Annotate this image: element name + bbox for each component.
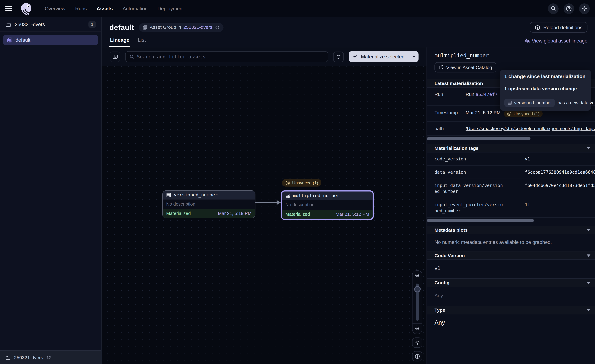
- chip-group-link[interactable]: 250321-dvers: [183, 25, 212, 30]
- run-prefix: Run: [466, 92, 474, 97]
- settings-button[interactable]: [579, 3, 590, 14]
- asset-node-name: versioned_number: [174, 192, 218, 198]
- asset-group-icon: [7, 37, 13, 43]
- sidebar-footer-label: 250321-dvers: [14, 355, 43, 360]
- tag-value: fb04dcb6970e4c3d1873de51fd5a5: [520, 179, 595, 198]
- zoom-in-icon: [415, 273, 420, 278]
- sync-status-icon: [507, 111, 512, 116]
- graph-controls: [412, 270, 422, 362]
- unsynced-badge-graph[interactable]: Unsynced (1): [282, 179, 321, 187]
- section-type[interactable]: Type: [427, 306, 595, 314]
- graph-toolbar: Materialize selected: [102, 47, 427, 66]
- section-metadata-plots[interactable]: Metadata plots: [427, 226, 595, 234]
- section-heading: Materialization tags: [434, 146, 479, 151]
- zoom-slider[interactable]: [412, 281, 422, 323]
- top-nav: Overview Runs Assets Automation Deployme…: [0, 0, 595, 17]
- collapse-icon: [587, 229, 590, 231]
- tag-key: input_data_version/versioned_number: [427, 179, 520, 198]
- collapse-icon: [587, 147, 590, 149]
- sidebar-item-default[interactable]: default: [3, 35, 98, 45]
- hamburger-menu-button[interactable]: [5, 6, 12, 11]
- help-button[interactable]: [564, 3, 574, 14]
- view-global-asset-lineage-link[interactable]: View global asset lineage: [524, 38, 587, 47]
- gear-icon: [415, 340, 420, 345]
- tooltip-subtitle: 1 upstream data version change: [504, 83, 587, 95]
- horizontal-scrollbar[interactable]: [427, 219, 534, 222]
- tab-lineage[interactable]: Lineage: [109, 37, 130, 47]
- sidebar-group-label: 250321-dvers: [15, 21, 45, 27]
- nav-item-automation[interactable]: Automation: [123, 6, 148, 11]
- nav-item-deployment[interactable]: Deployment: [157, 6, 184, 11]
- asset-chip-label: versioned_number: [514, 100, 552, 105]
- tag-key: data_version: [427, 166, 520, 179]
- search-input[interactable]: [137, 54, 324, 60]
- table-stack-icon: [142, 25, 148, 30]
- asset-node-versioned-number[interactable]: versioned_number No description Material…: [163, 190, 255, 218]
- lineage-graph-canvas[interactable]: Unsynced (1) versioned_number No descrip…: [102, 66, 427, 364]
- panel-expand-icon: [112, 54, 118, 60]
- unsynced-badge-label: Unsynced (1): [292, 181, 318, 185]
- refresh-icon[interactable]: [215, 25, 220, 30]
- download-icon: [415, 354, 420, 359]
- asset-node-name: multiplied_number: [293, 193, 340, 198]
- view-global-asset-lineage-label: View global asset lineage: [532, 38, 588, 44]
- sidebar-group-count-badge: 1: [88, 21, 96, 28]
- section-config[interactable]: Config: [427, 278, 595, 287]
- materialize-selected-button[interactable]: Materialize selected: [349, 51, 418, 62]
- sidebar-footer: 250321-dvers: [0, 350, 101, 364]
- tooltip-text: has a new data version: [558, 100, 595, 105]
- zoom-in-button[interactable]: [412, 271, 422, 281]
- search-button[interactable]: [548, 3, 559, 14]
- tooltip-title: 1 change since last materialization: [504, 74, 587, 83]
- section-heading: Metadata plots: [434, 227, 468, 233]
- help-icon: [566, 6, 572, 12]
- reload-definitions-button[interactable]: Reload definitions: [530, 22, 588, 33]
- view-in-asset-catalog-label: View in Asset Catalog: [446, 65, 492, 70]
- code-version-value: v1: [427, 260, 595, 278]
- search-icon: [550, 6, 556, 11]
- nav-item-overview[interactable]: Overview: [45, 6, 65, 11]
- tab-list[interactable]: List: [137, 37, 147, 47]
- primary-nav: Overview Runs Assets Automation Deployme…: [45, 6, 184, 11]
- materialize-dropdown-toggle[interactable]: [409, 51, 418, 62]
- view-in-asset-catalog-button[interactable]: View in Asset Catalog: [434, 62, 496, 72]
- dagster-logo[interactable]: [20, 2, 33, 15]
- path-link[interactable]: /Users/smackesey/stm/code/elementl/exper…: [466, 126, 595, 131]
- download-graph-button[interactable]: [412, 351, 422, 362]
- collapse-icon: [587, 254, 590, 257]
- nav-item-assets[interactable]: Assets: [97, 6, 113, 11]
- tag-row: input_data_version/versioned_number fb04…: [427, 179, 595, 198]
- nav-item-runs[interactable]: Runs: [75, 6, 87, 11]
- row-label: path: [427, 122, 461, 135]
- asset-node-status: Materialized: [285, 211, 310, 217]
- asset-node-timestamp: Mar 21, 5:12 PM: [335, 211, 369, 217]
- page-header: default Asset Group in 250321-dvers Relo…: [102, 17, 595, 47]
- chip-text: Asset Group in: [150, 25, 181, 30]
- horizontal-scrollbar[interactable]: [427, 137, 531, 140]
- asset-search: [125, 51, 328, 62]
- row-label: Run: [427, 88, 461, 105]
- zoom-out-button[interactable]: [412, 323, 422, 334]
- graph-settings-button[interactable]: [412, 337, 422, 348]
- zoom-out-icon: [415, 326, 420, 331]
- reload-definitions-label: Reload definitions: [543, 25, 582, 30]
- sidebar-group-250321-dvers[interactable]: 250321-dvers 1: [0, 17, 101, 32]
- search-icon: [129, 54, 135, 59]
- expand-panel-button[interactable]: [110, 51, 120, 62]
- run-id-link[interactable]: a5347ef7: [475, 92, 497, 97]
- tag-row: code_version v1: [427, 153, 595, 166]
- asset-node-multiplied-number[interactable]: multiplied_number No description Materia…: [281, 190, 374, 220]
- unsynced-badge-panel[interactable]: Unsynced (1): [504, 110, 542, 117]
- config-value: Any: [427, 287, 595, 306]
- section-materialization-tags[interactable]: Materialization tags: [427, 144, 595, 153]
- asset-chip-versioned-number[interactable]: versioned_number: [504, 98, 555, 107]
- zoom-slider-thumb[interactable]: [414, 286, 420, 292]
- refresh-graph-button[interactable]: [333, 51, 344, 62]
- dagster-app: Overview Runs Assets Automation Deployme…: [0, 0, 595, 364]
- refresh-icon[interactable]: [46, 355, 51, 360]
- tag-key: input_event_pointer/versioned_number: [427, 198, 520, 217]
- section-heading: Code Version: [434, 253, 465, 258]
- section-code-version[interactable]: Code Version: [427, 251, 595, 260]
- chevron-down-icon: [412, 56, 415, 58]
- sparkles-icon: [353, 54, 358, 59]
